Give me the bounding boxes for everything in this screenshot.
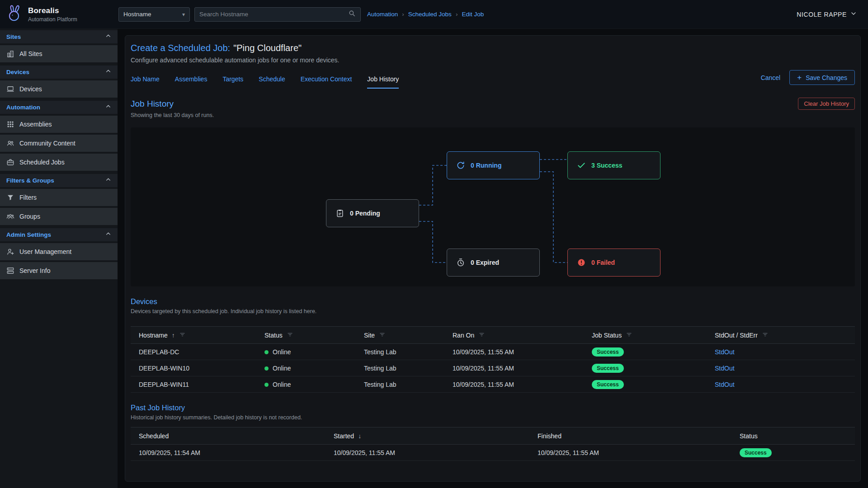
column-started[interactable]: Started ↓ xyxy=(334,427,538,445)
sidebar-item-filters[interactable]: Filters xyxy=(0,189,118,206)
filters-icon xyxy=(6,193,14,202)
table-row: DEEPLAB-WIN10 Online Testing Lab 10/09/2… xyxy=(131,360,855,376)
column-scheduled[interactable]: Scheduled xyxy=(131,427,334,445)
column-ran-on[interactable]: Ran On xyxy=(453,327,592,344)
hostname-filter-select[interactable]: Hostname ▾ xyxy=(118,7,190,22)
search-icon xyxy=(348,9,356,19)
sidebar-section-admin-settings[interactable]: Admin Settings xyxy=(0,228,118,241)
sidebar-item-user-management[interactable]: User Management xyxy=(0,243,118,260)
flow-node-running[interactable]: 0 Running xyxy=(447,151,540,179)
cancel-button[interactable]: Cancel xyxy=(761,74,781,81)
flow-node-pending[interactable]: 0 Pending xyxy=(326,199,419,227)
chevron-up-icon xyxy=(105,103,112,112)
status-cell: Online xyxy=(264,360,364,376)
community-content-icon xyxy=(6,139,14,147)
sidebar-item-scheduled-jobs[interactable]: Scheduled Jobs xyxy=(0,154,118,171)
column-site[interactable]: Site xyxy=(364,327,453,344)
sidebar-item-all-sites[interactable]: All Sites xyxy=(0,45,118,62)
user-management-icon xyxy=(6,248,14,256)
page-title: Create a Scheduled Job:"Ping Cloudflare" xyxy=(131,43,855,53)
sort-ascending-icon: ↑ xyxy=(172,332,175,339)
filter-icon[interactable] xyxy=(762,331,769,339)
hostname-cell: DEEPLAB-DC xyxy=(131,344,264,360)
sidebar: Sites All Sites Devices Devices Au xyxy=(0,29,118,488)
flow-node-expired[interactable]: 0 Expired xyxy=(447,249,540,277)
scheduled-cell: 10/09/2025, 11:54 AM xyxy=(131,445,334,461)
borealis-logo-icon xyxy=(5,4,24,25)
server-info-icon xyxy=(6,267,14,275)
brand-tagline: Automation Platform xyxy=(28,16,77,23)
tab-execution-context[interactable]: Execution Context xyxy=(301,75,352,89)
breadcrumb-edit-job[interactable]: Edit Job xyxy=(462,11,484,18)
main-content: Create a Scheduled Job:"Ping Cloudflare"… xyxy=(118,29,868,488)
filter-icon[interactable] xyxy=(179,331,186,339)
started-cell: 10/09/2025, 11:55 AM xyxy=(334,445,538,461)
sidebar-section-filters-groups[interactable]: Filters & Groups xyxy=(0,174,118,187)
column-status[interactable]: Status xyxy=(264,327,364,344)
breadcrumb-automation[interactable]: Automation xyxy=(367,11,398,18)
sidebar-item-community-content[interactable]: Community Content xyxy=(0,135,118,152)
sidebar-item-devices[interactable]: Devices xyxy=(0,80,118,98)
user-menu[interactable]: NICOLE RAPPE xyxy=(797,10,857,19)
breadcrumb-separator: › xyxy=(402,11,404,18)
edit-job-card: Create a Scheduled Job:"Ping Cloudflare"… xyxy=(125,35,861,482)
filter-icon[interactable] xyxy=(287,331,293,339)
search-input[interactable] xyxy=(199,11,348,18)
clear-job-history-button[interactable]: Clear Job History xyxy=(798,98,855,110)
tab-schedule[interactable]: Schedule xyxy=(259,75,285,89)
job-status-flow: 0 Pending 0 Running 3 Success xyxy=(131,127,855,286)
devices-icon xyxy=(6,85,14,93)
column-finished[interactable]: Finished xyxy=(538,427,740,445)
brand: Borealis Automation Platform xyxy=(0,4,118,25)
hostname-cell: DEEPLAB-WIN10 xyxy=(131,360,264,376)
column-status[interactable]: Status xyxy=(740,427,855,445)
sidebar-item-server-info[interactable]: Server Info xyxy=(0,262,118,279)
stdout-link[interactable]: StdOut xyxy=(715,381,735,388)
status-cell: Online xyxy=(264,376,364,393)
sidebar-item-groups[interactable]: Groups xyxy=(0,208,118,225)
column-job-status[interactable]: Job Status xyxy=(592,327,715,344)
stdout-link[interactable]: StdOut xyxy=(715,365,735,372)
filter-icon[interactable] xyxy=(478,331,485,339)
flow-node-success[interactable]: 3 Success xyxy=(567,151,660,179)
status-cell: Success xyxy=(740,445,855,461)
ran-on-cell: 10/09/2025, 11:55 AM xyxy=(453,376,592,393)
sidebar-section-devices[interactable]: Devices xyxy=(0,66,118,79)
table-row: 10/09/2025, 11:54 AM 10/09/2025, 11:55 A… xyxy=(131,445,855,461)
sidebar-section-automation[interactable]: Automation xyxy=(0,101,118,114)
save-changes-button[interactable]: + Save Changes xyxy=(789,70,855,85)
filter-icon[interactable] xyxy=(379,331,386,339)
job-status-cell: Success xyxy=(592,360,715,376)
flow-node-failed[interactable]: 0 Failed xyxy=(567,249,660,277)
filter-icon[interactable] xyxy=(626,331,632,339)
tab-job-name[interactable]: Job Name xyxy=(131,75,160,89)
breadcrumb-separator: › xyxy=(456,11,458,18)
all-sites-icon xyxy=(6,50,14,58)
tab-targets[interactable]: Targets xyxy=(222,75,243,89)
stdout-link[interactable]: StdOut xyxy=(715,348,735,356)
chevron-up-icon xyxy=(105,176,112,185)
stdout-cell: StdOut xyxy=(715,376,855,393)
chevron-down-icon: ▾ xyxy=(182,11,185,18)
sidebar-section-sites[interactable]: Sites xyxy=(0,30,118,43)
site-cell: Testing Lab xyxy=(364,360,453,376)
plus-icon: + xyxy=(797,74,802,81)
column-hostname[interactable]: Hostname ↑ xyxy=(131,327,264,344)
success-icon xyxy=(577,161,586,170)
hostname-cell: DEEPLAB-WIN11 xyxy=(131,376,264,393)
tab-job-history[interactable]: Job History xyxy=(367,75,399,89)
status-badge: Success xyxy=(592,347,624,357)
online-status-dot xyxy=(264,350,269,354)
table-row: DEEPLAB-DC Online Testing Lab 10/09/2025… xyxy=(131,344,855,360)
failed-icon xyxy=(577,258,586,267)
sidebar-item-assemblies[interactable]: Assemblies xyxy=(0,116,118,133)
tab-assemblies[interactable]: Assemblies xyxy=(175,75,208,89)
breadcrumb-scheduled-jobs[interactable]: Scheduled Jobs xyxy=(408,11,452,18)
chevron-up-icon xyxy=(105,68,112,76)
pending-icon xyxy=(335,209,344,218)
past-job-history-table: Scheduled Started ↓ Finished Status 10/0… xyxy=(131,427,855,461)
running-icon xyxy=(456,161,465,170)
column-stdout-stderr[interactable]: StdOut / StdErr xyxy=(715,327,855,344)
search-hostname-field[interactable] xyxy=(194,7,361,22)
online-status-dot xyxy=(264,383,269,387)
